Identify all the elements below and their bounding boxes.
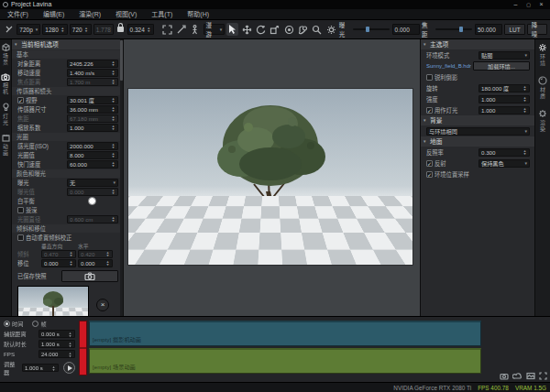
scrollbar-thumb[interactable] [120, 40, 123, 81]
use-as-light-checkbox[interactable] [426, 107, 433, 114]
timeline-playhead[interactable] [79, 321, 87, 376]
left-panel-scrollbar[interactable] [120, 39, 123, 316]
take-snapshot-button[interactable] [61, 270, 118, 282]
spinner-icon[interactable] [68, 342, 72, 347]
zoom-tool-icon[interactable] [311, 23, 323, 36]
environment-panel-header[interactable]: 主选项 [421, 39, 534, 49]
resolution-width-input[interactable]: 1280 [42, 24, 67, 35]
exposure-value-input[interactable]: 0.000 [392, 24, 421, 35]
remove-snapshot-icon[interactable] [96, 299, 109, 311]
tab-materials[interactable]: 材质 [538, 76, 547, 100]
default-duration-input[interactable]: 1.000 s [38, 340, 75, 348]
speed-input[interactable]: 0.324 [127, 24, 154, 35]
snapshot-camera-icon[interactable] [500, 372, 509, 380]
intensity-input[interactable]: 1.000 [478, 95, 530, 103]
albedo-input[interactable]: 0.300 [478, 148, 530, 157]
tab-animation[interactable]: 动画 [2, 134, 10, 157]
fps-input[interactable]: 24.000 [38, 350, 75, 358]
scene-animation-track[interactable]: [empty] 场景动画 [89, 348, 481, 374]
tab-render-settings[interactable]: 渲染 [538, 109, 547, 133]
white-balance-swatch[interactable] [88, 197, 96, 205]
spinner-icon[interactable] [111, 70, 116, 75]
background-section-header[interactable]: 背景 [421, 115, 534, 125]
spinner-icon[interactable] [68, 332, 72, 337]
background-mode-dropdown[interactable]: 与环境相同 [426, 127, 530, 136]
fov-input[interactable]: 30.001 度 [67, 96, 118, 104]
spinner-icon[interactable] [111, 60, 116, 66]
spinner-icon[interactable] [111, 106, 116, 112]
play-button[interactable] [63, 362, 75, 374]
load-environment-button[interactable]: 加载环境... [473, 61, 530, 71]
focal-slider-knob[interactable] [459, 27, 463, 32]
ground-section-header[interactable]: 地面 [421, 136, 534, 147]
spinner-icon[interactable] [111, 125, 116, 130]
close-icon[interactable] [535, 1, 547, 9]
sensor-size-input[interactable]: 36.000 mm [67, 105, 118, 114]
render-view[interactable] [128, 89, 412, 265]
exposure-slider[interactable] [353, 28, 390, 30]
spinner-icon[interactable] [522, 107, 527, 113]
shift-horizontal-input[interactable]: 0.000 [78, 259, 113, 267]
navigation-mode-dropdown[interactable]: 漫游 [204, 24, 226, 35]
select-tool-icon[interactable] [226, 23, 238, 36]
spinner-icon[interactable] [522, 149, 527, 155]
frame-radio[interactable] [32, 321, 38, 327]
cloud-icon[interactable] [512, 372, 522, 380]
sharp-reflections-checkbox[interactable] [426, 74, 433, 81]
time-radio[interactable] [4, 321, 10, 327]
iso-input[interactable]: 2000.000 [67, 142, 118, 150]
scale-tool-icon[interactable] [269, 23, 280, 36]
exposure-slider-knob[interactable] [366, 27, 369, 32]
camera-animation-track[interactable]: [empty] 摄影机动画 [89, 321, 481, 346]
tab-camera[interactable]: 相机 [1, 73, 10, 95]
spinner-icon[interactable] [111, 161, 116, 167]
maximize-icon[interactable] [522, 1, 534, 9]
denoise-button[interactable]: 降噪 [527, 24, 547, 35]
panorama-icon[interactable] [526, 372, 535, 380]
spinner-icon[interactable] [51, 365, 56, 371]
fnumber-input[interactable]: 8.000 [67, 151, 118, 159]
resolution-preset-dropdown[interactable]: 720p [16, 24, 40, 35]
spinner-icon[interactable] [147, 27, 151, 32]
reflection-checkbox[interactable] [426, 160, 433, 167]
light-tool-icon[interactable] [324, 23, 336, 36]
app-menu-icon[interactable] [3, 23, 15, 36]
move-tool-icon[interactable] [240, 23, 252, 36]
menu-tools[interactable]: 工具(T) [144, 9, 180, 20]
shutter-input[interactable]: 60.000 [67, 160, 118, 169]
spinner-icon[interactable] [68, 352, 72, 357]
exposure-mode-dropdown[interactable]: 无 [67, 179, 118, 187]
move-speed-input[interactable]: 1.400 m/s [67, 69, 118, 77]
object-distance-input[interactable]: 2405.226 [67, 60, 118, 68]
menu-file[interactable]: 文件(F) [0, 9, 36, 20]
zoom-factor-input[interactable]: 1.000 [67, 124, 118, 132]
focal-value-input[interactable]: 50.000 [475, 24, 503, 35]
environment-mode-dropdown[interactable]: 贴图 [478, 51, 530, 60]
focal-slider[interactable] [435, 28, 472, 30]
minimize-icon[interactable] [510, 1, 522, 9]
snap-distance-input[interactable]: 0.000 s [38, 330, 75, 338]
draw-region-icon[interactable] [175, 23, 187, 36]
fov-checkbox[interactable] [17, 97, 24, 103]
menu-view[interactable]: 视图(V) [108, 9, 144, 20]
menu-edit[interactable]: 编辑(E) [36, 9, 72, 20]
spinner-icon[interactable] [522, 85, 527, 91]
use-as-light-input[interactable]: 1.000 [478, 106, 530, 114]
spinner-icon[interactable] [111, 97, 116, 103]
menu-render[interactable]: 渲染(R) [72, 9, 108, 20]
dof-checkbox[interactable] [17, 207, 24, 213]
tab-lights[interactable]: 灯光 [2, 103, 10, 126]
environment-file-link[interactable]: Sunny_field_B.hdr [426, 63, 471, 69]
spinner-icon[interactable] [522, 96, 527, 102]
env-position-checkbox[interactable] [426, 171, 433, 178]
lut-button[interactable]: LUT [504, 24, 524, 35]
spinner-icon[interactable] [69, 260, 73, 266]
spinner-icon[interactable] [60, 27, 65, 32]
player-time-input[interactable]: 1.000 s [22, 364, 59, 372]
spinner-icon[interactable] [105, 260, 110, 266]
shift-vertical-input[interactable]: 0.000 [41, 259, 76, 267]
snapshot-thumbnail[interactable] [17, 286, 89, 316]
aspect-lock-icon[interactable] [117, 27, 124, 32]
spinner-icon[interactable] [111, 143, 116, 148]
walk-mode-icon[interactable] [189, 23, 201, 36]
